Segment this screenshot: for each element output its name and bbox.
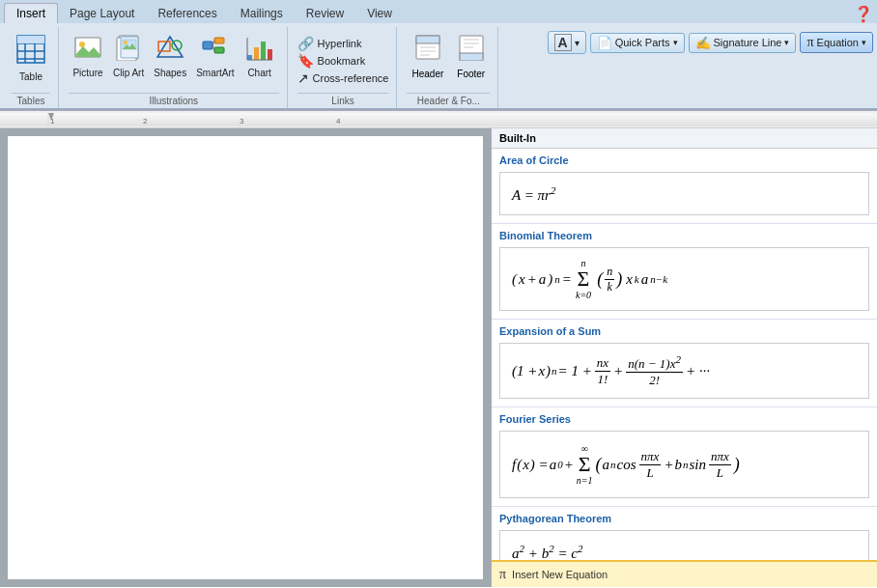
picture-button[interactable]: Picture <box>69 31 107 81</box>
svg-point-16 <box>124 41 127 44</box>
svg-rect-25 <box>247 55 252 60</box>
header-label: Header <box>411 69 443 79</box>
smart-art-label: SmartArt <box>196 68 234 78</box>
equation-section-fourier: Fourier Series f(x) = a0 + ∞ Σ n=1 ( anc… <box>492 407 877 507</box>
equation-button[interactable]: π Equation ▾ <box>800 32 873 53</box>
table-label: Table <box>19 71 42 82</box>
clip-art-icon <box>114 34 143 66</box>
signature-line-label: Signature Line <box>714 37 782 48</box>
cross-reference-button[interactable]: ↗ Cross-reference <box>297 70 389 87</box>
svg-rect-26 <box>254 47 259 60</box>
document-main <box>0 128 491 587</box>
chart-button[interactable]: Chart <box>240 31 279 81</box>
expansion-title: Expansion of a Sum <box>492 320 877 339</box>
tab-review[interactable]: Review <box>295 4 355 23</box>
insert-new-equation-bar[interactable]: π Insert New Equation <box>492 560 877 587</box>
svg-text:2: 2 <box>143 117 148 126</box>
shapes-icon <box>156 34 184 66</box>
signature-arrow: ▾ <box>784 38 789 47</box>
svg-rect-8 <box>35 36 44 43</box>
svg-rect-7 <box>25 36 35 43</box>
illustrations-group-label: Illustrations <box>69 93 279 108</box>
document-area: Built-In Area of Circle A = πr2 Binomial… <box>0 128 877 587</box>
shapes-button[interactable]: Shapes <box>150 31 190 81</box>
pythagorean-math: a2 + b2 = c2 <box>512 543 582 560</box>
fourier-math: f(x) = a0 + ∞ Σ n=1 ( ancos nπx L + bnsi… <box>512 443 740 486</box>
bookmark-button[interactable]: 🔖 Bookmark <box>297 52 389 70</box>
smart-art-button[interactable]: SmartArt <box>192 31 238 81</box>
help-icon[interactable]: ❓ <box>854 5 873 23</box>
equation-section-pythagorean: Pythagorean Theorem a2 + b2 = c2 <box>492 507 877 560</box>
equation-panel-header: Built-In <box>492 128 877 149</box>
svg-rect-6 <box>17 36 25 43</box>
cross-reference-icon: ↗ <box>297 70 309 86</box>
ribbon-group-header-footer: Header Footer <box>399 27 498 108</box>
area-of-circle-math: A = πr2 <box>512 184 555 204</box>
svg-rect-20 <box>203 42 212 49</box>
chart-icon <box>245 34 274 66</box>
smart-art-icon <box>201 34 230 66</box>
fourier-formula[interactable]: f(x) = a0 + ∞ Σ n=1 ( ancos nπx L + bnsi… <box>499 431 869 498</box>
svg-rect-27 <box>261 42 266 60</box>
text-box-label: ▾ <box>575 38 580 48</box>
tab-page-layout[interactable]: Page Layout <box>58 4 146 23</box>
insert-new-equation-label: Insert New Equation <box>512 569 608 580</box>
header-footer-group-label: Header & Fo... <box>407 93 490 108</box>
signature-line-button[interactable]: ✍ Signature Line ▾ <box>689 33 797 53</box>
pythagorean-title: Pythagorean Theorem <box>492 507 877 526</box>
ribbon-group-illustrations: Picture <box>61 27 288 108</box>
quick-parts-arrow: ▾ <box>673 38 678 47</box>
svg-rect-22 <box>214 47 224 53</box>
links-group-label: Links <box>297 93 389 108</box>
ribbon-right-area: A ▾ 📄 Quick Parts ▾ ✍ Signature Line ▾ <box>548 27 873 108</box>
svg-rect-21 <box>214 38 224 43</box>
quick-parts-icon: 📄 <box>597 36 612 50</box>
picture-label: Picture <box>72 68 102 78</box>
expansion-formula[interactable]: (1 + x)n = 1 + nx 1! + n(n − 1)x2 2! + ·… <box>499 343 869 399</box>
chart-label: Chart <box>247 68 270 78</box>
header-icon <box>414 34 441 67</box>
fourier-title: Fourier Series <box>492 407 877 427</box>
table-button[interactable]: Table <box>12 31 50 85</box>
hyperlink-button[interactable]: 🔗 Hyperlink <box>297 35 389 52</box>
equation-section-binomial: Binomial Theorem (x + a)n = n Σ k=0 ( n <box>492 224 877 320</box>
quick-parts-label: Quick Parts <box>615 37 670 48</box>
tab-view[interactable]: View <box>355 4 404 23</box>
text-box-icon: A <box>554 34 572 51</box>
equation-arrow: ▾ <box>862 38 866 47</box>
text-box-button[interactable]: A ▾ <box>548 31 586 54</box>
tab-mailings[interactable]: Mailings <box>229 4 295 23</box>
svg-text:4: 4 <box>336 117 341 126</box>
signature-line-icon: ✍ <box>695 36 711 50</box>
hyperlink-icon: 🔗 <box>297 36 314 51</box>
svg-rect-37 <box>460 53 483 61</box>
header-button[interactable]: Header <box>407 31 448 82</box>
tab-row: Insert Page Layout References Mailings R… <box>0 0 877 23</box>
cross-reference-label: Cross-reference <box>313 72 389 84</box>
svg-rect-32 <box>416 36 439 43</box>
bookmark-label: Bookmark <box>318 55 366 67</box>
equation-section-area-of-circle: Area of Circle A = πr2 <box>492 149 877 224</box>
equation-panel-scroll[interactable]: Area of Circle A = πr2 Binomial Theorem … <box>492 149 877 560</box>
clip-art-label: Clip Art <box>113 68 144 78</box>
binomial-math: (x + a)n = n Σ k=0 ( n k ) <box>512 258 667 300</box>
expansion-math: (1 + x)n = 1 + nx 1! + n(n − 1)x2 2! + ·… <box>512 353 710 388</box>
ribbon-group-links: 🔗 Hyperlink 🔖 Bookmark ↗ Cross-reference… <box>290 27 398 108</box>
equation-section-expansion: Expansion of a Sum (1 + x)n = 1 + nx 1! … <box>492 320 877 407</box>
clip-art-button[interactable]: Clip Art <box>109 31 148 81</box>
tables-group-label: Tables <box>12 93 50 108</box>
pythagorean-formula[interactable]: a2 + b2 = c2 <box>499 530 869 560</box>
tab-references[interactable]: References <box>146 4 228 23</box>
quick-parts-button[interactable]: 📄 Quick Parts ▾ <box>590 33 685 53</box>
tab-insert[interactable]: Insert <box>4 3 58 23</box>
shapes-label: Shapes <box>154 68 186 78</box>
svg-rect-41 <box>0 113 877 126</box>
footer-button[interactable]: Footer <box>452 31 490 82</box>
ribbon: Table Tables <box>0 23 877 110</box>
equation-panel: Built-In Area of Circle A = πr2 Binomial… <box>491 128 877 587</box>
binomial-formula[interactable]: (x + a)n = n Σ k=0 ( n k ) <box>499 247 869 311</box>
area-of-circle-title: Area of Circle <box>492 149 877 168</box>
area-of-circle-formula[interactable]: A = πr2 <box>499 172 869 215</box>
equation-icon: π <box>806 35 813 50</box>
document-page <box>8 136 483 579</box>
